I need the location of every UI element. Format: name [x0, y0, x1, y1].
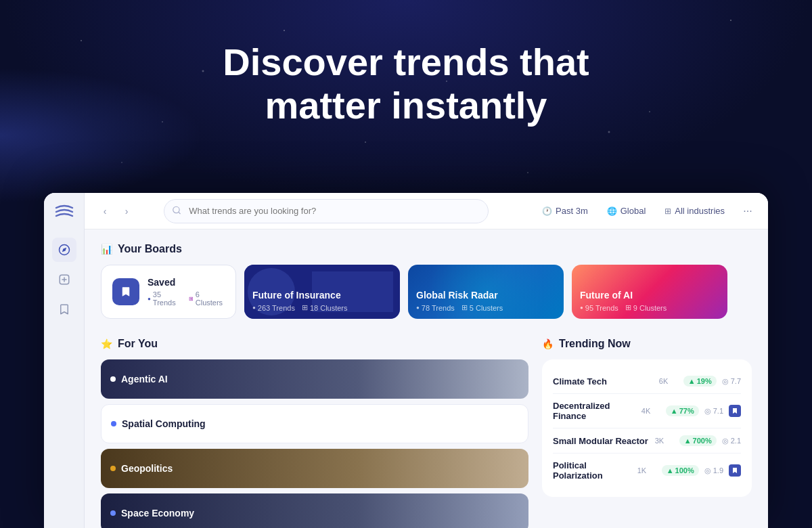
- clock-icon: 🕐: [542, 206, 552, 216]
- main-content: ‹ › 🕐 Past 3m 🌐 Gl: [85, 193, 768, 528]
- two-col-layout: ⭐ For You Agentic AI Spatial Computing: [101, 338, 752, 528]
- trend-item-space[interactable]: Space Economy: [101, 493, 528, 528]
- globe-icon: 🌐: [607, 206, 617, 216]
- trending-row-defi[interactable]: Decentralized Finance 4K ▲ 77% ◎ 7.1: [553, 394, 741, 428]
- trending-name-political: Political Polarization: [553, 460, 632, 481]
- filter-time-label: Past 3m: [556, 206, 588, 216]
- trending-row-political[interactable]: Political Polarization 1K ▲ 100% ◎ 1.9: [553, 454, 741, 487]
- nav-forward-button[interactable]: ›: [117, 202, 136, 221]
- saved-board-meta: ● 35 Trends ⊞ 6 Clusters: [148, 290, 225, 307]
- dot-icon: [111, 421, 116, 426]
- board-card-risk[interactable]: Global Risk Radar ● 78 Trends ⊞ 5 Cluste…: [408, 265, 564, 319]
- board-name-ins: Future of Insurance: [252, 290, 392, 301]
- trending-section-title: Trending Now: [559, 338, 631, 350]
- trending-name-defi: Decentralized Finance: [553, 401, 636, 421]
- for-you-list: Agentic AI Spatial Computing Geopolitics: [101, 359, 528, 528]
- for-you-title: For You: [118, 338, 158, 350]
- board-meta-risk: ● 78 Trends ⊞ 5 Clusters: [416, 303, 556, 312]
- boards-section-title: Your Boards: [118, 243, 182, 255]
- industry-icon: ⊞: [664, 206, 671, 216]
- dot-icon: ⊞: [189, 296, 194, 302]
- trend-score-political: ◎ 1.9: [704, 466, 723, 475]
- nav-back-button[interactable]: ‹: [95, 202, 114, 221]
- sidebar-logo: [52, 200, 76, 224]
- left-column: ⭐ For You Agentic AI Spatial Computing: [101, 338, 528, 528]
- trend-name-agentic: Agentic AI: [121, 374, 168, 384]
- hero-title-line2: matter instantly: [0, 84, 812, 127]
- dot-icon: [110, 466, 116, 471]
- board-meta-ai: ● 95 Trends ⊞ 9 Clusters: [580, 303, 719, 312]
- trending-list: Climate Tech 6K ▲ 19% ◎ 7.7: [542, 359, 752, 497]
- content-area: 📊 Your Boards Saved ●: [85, 229, 768, 528]
- hero-title: Discover trends that matter instantly: [0, 41, 812, 128]
- trend-count-reactor: 3K: [655, 437, 674, 445]
- risk-trends: ● 78 Trends: [416, 303, 455, 312]
- trend-count-climate: 6K: [659, 377, 678, 385]
- trend-name-spatial: Spatial Computing: [122, 418, 206, 429]
- board-info-ai: Future of AI ● 95 Trends ⊞ 9 Clusters: [580, 290, 719, 312]
- nav-arrows: ‹ ›: [95, 202, 136, 221]
- saved-board-info: Saved ● 35 Trends ⊞ 6 Clusters: [148, 277, 225, 307]
- filter-industry-label: All industries: [675, 206, 725, 216]
- filter-region-label: Global: [621, 206, 646, 216]
- boards-section-header: 📊 Your Boards: [101, 243, 752, 255]
- saved-clusters-count: ⊞ 6 Clusters: [189, 290, 225, 307]
- fire-icon: 🔥: [542, 338, 554, 349]
- board-card-insurance[interactable]: Future of Insurance ● 263 Trends ⊞ 18 Cl…: [244, 265, 400, 319]
- sidebar-item-bookmark[interactable]: [52, 297, 76, 322]
- trending-row-climate[interactable]: Climate Tech 6K ▲ 19% ◎ 7.7: [553, 369, 741, 394]
- topbar: ‹ › 🕐 Past 3m 🌐 Gl: [85, 193, 768, 229]
- trend-badge-political: ▲ 100%: [662, 465, 699, 476]
- dot-icon: ●: [148, 296, 151, 302]
- trend-badge-reactor: ▲ 700%: [679, 435, 717, 446]
- saved-icon: [112, 278, 139, 305]
- ai-clusters: ⊞ 9 Clusters: [625, 303, 667, 312]
- board-card-saved[interactable]: Saved ● 35 Trends ⊞ 6 Clusters: [101, 265, 236, 319]
- trend-count-defi: 4K: [641, 407, 660, 415]
- filter-region-chip[interactable]: 🌐 Global: [602, 203, 652, 219]
- trend-count-political: 1K: [637, 466, 656, 475]
- star-icon: ⭐: [101, 338, 112, 349]
- search-bar: [164, 199, 489, 223]
- app-window: ‹ › 🕐 Past 3m 🌐 Gl: [44, 193, 768, 528]
- risk-clusters: ⊞ 5 Clusters: [461, 303, 503, 312]
- trend-score-defi: ◎ 7.1: [704, 407, 723, 416]
- right-column: 🔥 Trending Now Climate Tech 6K ▲ 19%: [542, 338, 752, 528]
- board-card-ai[interactable]: Future of AI ● 95 Trends ⊞ 9 Clusters: [572, 265, 727, 319]
- hero-title-line1: Discover trends that: [0, 41, 812, 84]
- ins-clusters: ⊞ 18 Clusters: [302, 303, 348, 312]
- dot-icon: [110, 510, 116, 516]
- trend-score-climate: ◎ 7.7: [722, 377, 741, 386]
- boards-icon: 📊: [101, 244, 112, 255]
- trending-name-climate: Climate Tech: [553, 376, 654, 387]
- sidebar: [44, 193, 85, 528]
- board-info-risk: Global Risk Radar ● 78 Trends ⊞ 5 Cluste…: [416, 290, 556, 312]
- trending-section-header: 🔥 Trending Now: [542, 338, 752, 350]
- trend-item-geopolitics[interactable]: Geopolitics: [101, 449, 528, 488]
- sidebar-item-add[interactable]: [52, 267, 76, 292]
- saved-board-name: Saved: [148, 277, 225, 288]
- trend-badge-defi: ▲ 77%: [666, 405, 699, 416]
- bookmark-icon-political: [729, 464, 741, 477]
- trend-item-agentic[interactable]: Agentic AI: [101, 359, 528, 399]
- filter-industry-chip[interactable]: ⊞ All industries: [659, 203, 730, 219]
- bookmark-icon-defi: [729, 405, 741, 417]
- trending-name-reactor: Small Modular Reactor: [553, 436, 650, 446]
- trend-name-space: Space Economy: [121, 508, 194, 519]
- more-options-button[interactable]: ···: [738, 202, 757, 221]
- trend-score-reactor: ◎ 2.1: [722, 437, 741, 445]
- boards-row: Saved ● 35 Trends ⊞ 6 Clusters: [101, 265, 752, 319]
- trend-badge-climate: ▲ 19%: [683, 376, 717, 387]
- board-info-ins: Future of Insurance ● 263 Trends ⊞ 18 Cl…: [252, 290, 392, 312]
- search-input[interactable]: [164, 199, 489, 223]
- trend-item-spatial[interactable]: Spatial Computing: [101, 404, 528, 443]
- sidebar-item-compass[interactable]: [52, 238, 76, 262]
- topbar-filters: 🕐 Past 3m 🌐 Global ⊞ All industries ···: [537, 202, 757, 221]
- dot-icon: [110, 376, 116, 382]
- trending-row-reactor[interactable]: Small Modular Reactor 3K ▲ 700% ◎ 2.1: [553, 428, 741, 454]
- for-you-section-header: ⭐ For You: [101, 338, 528, 350]
- board-name-risk: Global Risk Radar: [416, 290, 556, 301]
- filter-time-chip[interactable]: 🕐 Past 3m: [537, 203, 593, 219]
- trend-name-geopolitics: Geopolitics: [121, 463, 173, 474]
- ins-trends: ● 263 Trends: [252, 303, 295, 312]
